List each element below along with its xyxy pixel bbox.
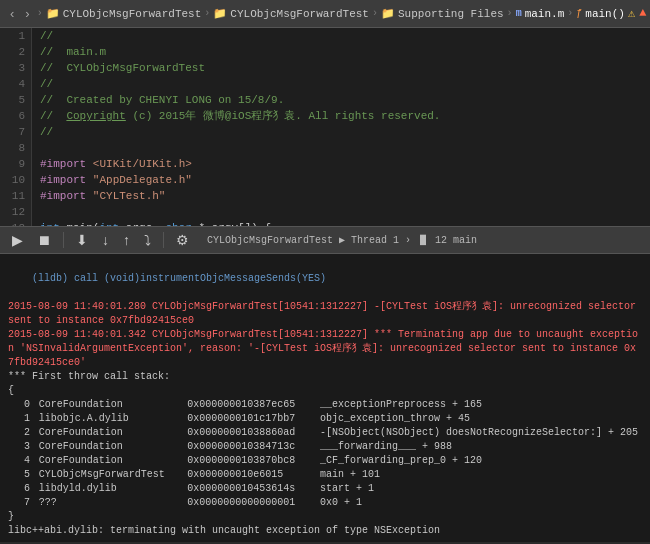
debug-toolbar: ▶ ⏹ ⬇ ↓ ↑ ⤵ ⚙ CYLObjcMsgForwardTest ▶ Th… bbox=[0, 226, 650, 254]
output-stack-header: *** First throw call stack: bbox=[8, 370, 642, 384]
line-num-7: 7 bbox=[0, 124, 31, 140]
line-num-3: 3 bbox=[0, 60, 31, 76]
stack-frame-1: 1 libobjc.A.dylib 0x0000000101c17bb7 obj… bbox=[8, 412, 642, 426]
line-num-2: 2 bbox=[0, 44, 31, 60]
code-line-12 bbox=[32, 204, 650, 220]
code-line-8 bbox=[32, 140, 650, 156]
debug-step-into-button[interactable]: ↓ bbox=[98, 230, 113, 250]
debug-play-button[interactable]: ▶ bbox=[8, 230, 27, 250]
stack-frame-5: 5 CYLObjcMsgForwardTest 0x000000010e6015… bbox=[8, 468, 642, 482]
stack-frame-3: 3 CoreFoundation 0x000000010384713c ___f… bbox=[8, 440, 642, 454]
file-icon: m bbox=[516, 8, 522, 19]
line-numbers: 1 2 3 4 5 6 7 8 9 10 11 12 13 14 15 ⚠16 … bbox=[0, 28, 32, 226]
output-brace-open: { bbox=[8, 384, 642, 398]
line-num-12: 12 bbox=[0, 204, 31, 220]
breadcrumb-sep-4: › bbox=[507, 8, 513, 19]
nav-forward-button[interactable]: › bbox=[21, 4, 33, 23]
breadcrumb-file[interactable]: main.m bbox=[525, 8, 565, 20]
toolbar-separator-1 bbox=[63, 232, 64, 248]
breadcrumb-func[interactable]: main() bbox=[585, 8, 625, 20]
code-content[interactable]: // // main.m // CYLObjcMsgForwardTest //… bbox=[32, 28, 650, 226]
code-line-11: #import "CYLTest.h" bbox=[32, 188, 650, 204]
warning-icons: ⚠ ▲ bbox=[628, 6, 646, 21]
output-error-line-1: 2015-08-09 11:40:01.280 CYLObjcMsgForwar… bbox=[8, 300, 642, 328]
debug-jump-button[interactable]: ⤵ bbox=[140, 230, 155, 250]
stack-frame-0: 0 CoreFoundation 0x000000010387ec65 __ex… bbox=[8, 398, 642, 412]
code-line-13: int main(int argc, char * argv[]) { bbox=[32, 220, 650, 226]
folder-icon-3: 📁 bbox=[381, 7, 395, 20]
stack-frame-6: 6 libdyld.dylib 0x000000010453614s start… bbox=[8, 482, 642, 496]
line-num-5: 5 bbox=[0, 92, 31, 108]
warning-icon: ⚠ bbox=[628, 6, 635, 21]
error-icon: ▲ bbox=[639, 6, 646, 21]
code-line-9: #import <UIKit/UIKit.h> bbox=[32, 156, 650, 172]
output-area[interactable]: (lldb) call (void)instrumentObjcMessageS… bbox=[0, 254, 650, 542]
stack-frame-2: 2 CoreFoundation 0x00000001038860ad -[NS… bbox=[8, 426, 642, 440]
code-line-10: #import "AppDelegate.h" bbox=[32, 172, 650, 188]
lldb-prompt-symbol: (lldb) call (void)instrumentObjcMessageS… bbox=[32, 273, 326, 284]
lldb-prompt: (lldb) call (void)instrumentObjcMessageS… bbox=[8, 258, 642, 300]
code-line-2: // main.m bbox=[32, 44, 650, 60]
nav-back-button[interactable]: ‹ bbox=[6, 4, 18, 23]
breadcrumb-sep-1: › bbox=[37, 8, 43, 19]
code-line-7: // bbox=[32, 124, 650, 140]
output-error-line-2: 2015-08-09 11:40:01.342 CYLObjcMsgForwar… bbox=[8, 328, 642, 370]
folder-icon-1: 📁 bbox=[46, 7, 60, 20]
line-num-10: 10 bbox=[0, 172, 31, 188]
debug-step-over-button[interactable]: ⬇ bbox=[72, 230, 92, 250]
breadcrumb-sep-5: › bbox=[567, 8, 573, 19]
line-num-6: 6 bbox=[0, 108, 31, 124]
line-num-13: 13 bbox=[0, 220, 31, 226]
debug-stop-button[interactable]: ⏹ bbox=[33, 230, 55, 250]
editor-area: 1 2 3 4 5 6 7 8 9 10 11 12 13 14 15 ⚠16 … bbox=[0, 28, 650, 226]
code-line-4: // bbox=[32, 76, 650, 92]
line-num-8: 8 bbox=[0, 140, 31, 156]
line-num-11: 11 bbox=[0, 188, 31, 204]
func-icon: ƒ bbox=[576, 8, 582, 19]
breadcrumb-target[interactable]: CYLObjcMsgForwardTest bbox=[230, 8, 369, 20]
stack-frame-4: 4 CoreFoundation 0x0000000103870bc8 _CF_… bbox=[8, 454, 642, 468]
breadcrumb-folder[interactable]: Supporting Files bbox=[398, 8, 504, 20]
code-line-6: // Copyright (c) 2015年 微博@iOS程序犭袁. All r… bbox=[32, 108, 650, 124]
code-line-1: // bbox=[32, 28, 650, 44]
code-line-5: // Created by CHENYI LONG on 15/8/9. bbox=[32, 92, 650, 108]
debug-step-out-button[interactable]: ↑ bbox=[119, 230, 134, 250]
output-footer: libc++abi.dylib: terminating with uncaug… bbox=[8, 524, 642, 538]
breadcrumb-bar: ‹ › › 📁 CYLObjcMsgForwardTest › 📁 CYLObj… bbox=[0, 0, 650, 28]
breadcrumb-sep-2: › bbox=[204, 8, 210, 19]
debug-simulate-button[interactable]: ⚙ bbox=[172, 230, 193, 250]
code-line-3: // CYLObjcMsgForwardTest bbox=[32, 60, 650, 76]
output-brace-close: } bbox=[8, 510, 642, 524]
toolbar-separator-2 bbox=[163, 232, 164, 248]
breadcrumb-sep-3: › bbox=[372, 8, 378, 19]
breadcrumb-project[interactable]: CYLObjcMsgForwardTest bbox=[63, 8, 202, 20]
line-num-9: 9 bbox=[0, 156, 31, 172]
line-num-1: 1 bbox=[0, 28, 31, 44]
folder-icon-2: 📁 bbox=[213, 7, 227, 20]
debug-thread-info: CYLObjcMsgForwardTest ▶ Thread 1 › ▐▌ 12… bbox=[207, 234, 477, 246]
stack-frame-7: 7 ??? 0x0000000000000001 0x0 + 1 bbox=[8, 496, 642, 510]
output-stack-table: 0 CoreFoundation 0x000000010387ec65 __ex… bbox=[8, 398, 642, 510]
line-num-4: 4 bbox=[0, 76, 31, 92]
